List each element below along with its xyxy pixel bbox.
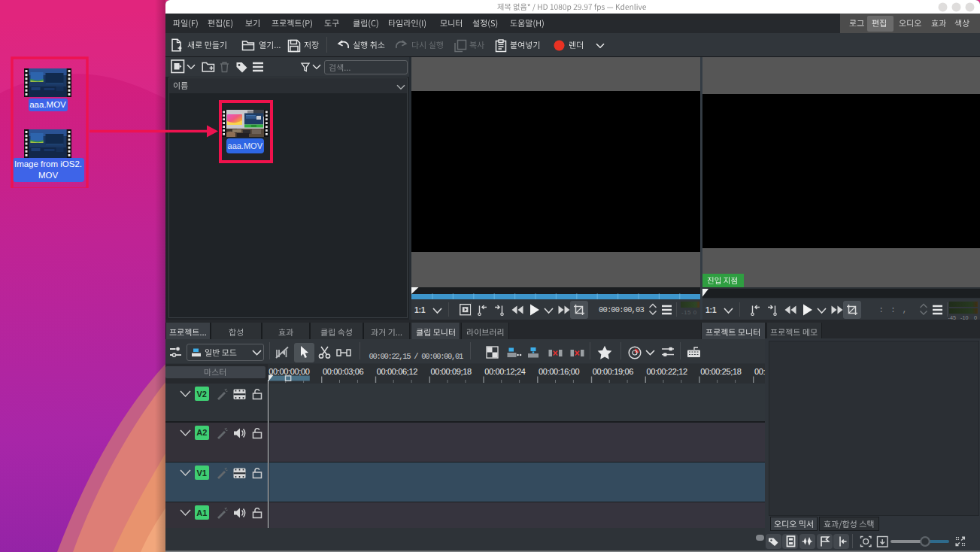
- svg-text:00:00:12;24: 00:00:12;24: [484, 367, 525, 376]
- svg-text:00:00:06;12: 00:00:06;12: [377, 367, 417, 376]
- svg-text:00:00:00;00: 00:00:00;00: [269, 367, 309, 376]
- svg-text:00:00:25;18: 00:00:25;18: [700, 367, 741, 376]
- svg-text:00:00:03;06: 00:00:03;06: [323, 367, 363, 376]
- svg-text:00:00:19;06: 00:00:19;06: [593, 367, 633, 376]
- svg-text:00:00:22;12: 00:00:22;12: [647, 367, 687, 376]
- svg-text:00:00:16;00: 00:00:16;00: [539, 367, 579, 376]
- svg-text:00:00:09;18: 00:00:09;18: [431, 367, 472, 376]
- svg-text:00:00:28;24: 00:00:28;24: [754, 367, 765, 376]
